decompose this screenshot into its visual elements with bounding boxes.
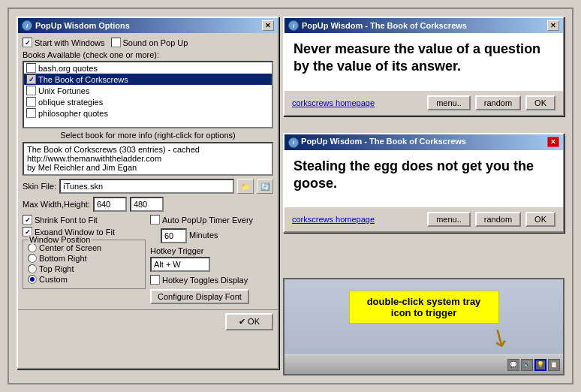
popup1-menu-button[interactable]: menu.. — [427, 95, 471, 110]
bottom-right-radio[interactable] — [28, 254, 37, 263]
max-height-input[interactable] — [130, 197, 164, 212]
unix-checkbox[interactable] — [26, 86, 36, 95]
shrink-font-label[interactable]: Shrink Font to Fit — [23, 215, 146, 225]
skin-browse-button[interactable]: 📁 — [237, 179, 254, 194]
skin-label: Skin File: — [23, 182, 56, 191]
sound-on-popup-text: Sound on Pop Up — [123, 38, 188, 47]
select-book-hint: Select book for more info (right-click f… — [23, 131, 273, 140]
popup1-body: Never measure the value of a question by… — [284, 33, 563, 91]
popup2-body: Stealing the egg does not get you the go… — [284, 150, 563, 208]
oblique-checkbox[interactable] — [26, 97, 36, 107]
popup2-random-button[interactable]: random — [475, 212, 521, 227]
start-with-windows-checkbox[interactable] — [23, 38, 32, 47]
options-titlebar: i PopUp Wisdom Options ✕ — [18, 18, 278, 33]
left-column: Shrink Font to Fit Expand Window to Fit … — [23, 215, 146, 306]
corkscrews-checkbox[interactable] — [26, 74, 36, 84]
options-dialog: i PopUp Wisdom Options ✕ Start with Wind… — [17, 17, 279, 369]
max-width-input[interactable] — [93, 197, 127, 212]
options-close-button[interactable]: ✕ — [262, 20, 274, 31]
tray-icon-sound: 🔊 — [521, 359, 533, 371]
arrow-icon: ↘ — [484, 320, 516, 354]
popup2-title: PopUp Wisdom - The Book of Corkscrews — [301, 137, 466, 146]
oblique-label: oblique strategies — [38, 98, 103, 107]
philosopher-checkbox[interactable] — [26, 108, 36, 118]
tray-icon-chat: 💬 — [507, 359, 519, 371]
books-label: Books Available (check one or more): — [23, 50, 273, 59]
hotkey-toggles-text: Hotkey Toggles Display — [162, 276, 248, 285]
popup1-random-button[interactable]: random — [475, 95, 521, 110]
auto-popup-text: Auto PopUp Timer Every — [162, 216, 253, 225]
bash-checkbox[interactable] — [26, 63, 36, 73]
custom-option[interactable]: Custom — [28, 275, 140, 284]
custom-radio[interactable] — [28, 275, 37, 284]
timer-input[interactable] — [161, 228, 187, 243]
hotkey-label: Hotkey Trigger — [150, 246, 273, 255]
main-window: i PopUp Wisdom Options ✕ Start with Wind… — [8, 8, 573, 384]
sound-on-popup-label[interactable]: Sound on Pop Up — [111, 38, 188, 47]
tray-demo-inner: double-click system tray icon to trigger… — [284, 279, 563, 374]
two-column-section: Shrink Font to Fit Expand Window to Fit … — [23, 215, 273, 306]
center-screen-option[interactable]: Center of Screen — [28, 243, 140, 252]
top-checkboxes-row: Start with Windows Sound on Pop Up — [23, 38, 273, 47]
skin-file-row: Skin File: 📁 🔄 — [23, 179, 273, 194]
configure-font-button[interactable]: Configure Display Font — [150, 289, 249, 304]
bottom-right-option[interactable]: Bottom Right — [28, 254, 140, 263]
popup2-footer: corkscrews homepage menu.. random OK — [284, 207, 563, 231]
popup2-close-button[interactable]: ✕ — [547, 137, 559, 147]
popup2-title-left: i PopUp Wisdom - The Book of Corkscrews — [288, 137, 466, 148]
hotkey-input[interactable] — [150, 257, 210, 272]
bottom-right-label: Bottom Right — [39, 254, 87, 263]
custom-label: Custom — [39, 275, 68, 284]
popup2-menu-button[interactable]: menu.. — [427, 212, 471, 227]
bash-label: bash.org quotes — [38, 64, 98, 73]
list-item[interactable]: oblique strategies — [24, 96, 272, 107]
popup2-link[interactable]: corkscrews homepage — [292, 215, 423, 224]
popup-dialog-1: i PopUp Wisdom - The Book of Corkscrews … — [283, 17, 564, 116]
popup2-icon: i — [288, 137, 299, 148]
popup2-text: Stealing the egg does not get you the go… — [294, 158, 554, 193]
ok-button[interactable]: ✔ OK — [225, 313, 273, 330]
start-with-windows-label[interactable]: Start with Windows — [23, 38, 105, 47]
hotkey-toggles-checkbox[interactable] — [150, 275, 160, 285]
auto-popup-checkbox[interactable] — [150, 215, 160, 225]
list-item-selected[interactable]: The Book of Corkscrews — [24, 74, 272, 85]
popup1-link[interactable]: corkscrews homepage — [292, 98, 423, 107]
books-listbox[interactable]: bash.org quotes The Book of Corkscrews U… — [23, 61, 273, 128]
top-right-option[interactable]: Top Right — [28, 264, 140, 273]
titlebar-icon: i — [22, 20, 32, 31]
right-column: Auto PopUp Timer Every Minutes Hotkey Tr… — [150, 215, 273, 306]
sound-on-popup-checkbox[interactable] — [111, 38, 121, 47]
auto-timer-row: Auto PopUp Timer Every Minutes — [150, 215, 273, 243]
popup1-titlebar: i PopUp Wisdom - The Book of Corkscrews … — [284, 18, 563, 33]
dimensions-row: Max Width,Height: — [23, 197, 273, 212]
shrink-font-text: Shrink Font to Fit — [35, 216, 98, 225]
tray-demo-area: double-click system tray icon to trigger… — [283, 278, 564, 375]
top-right-radio[interactable] — [28, 264, 37, 273]
philosopher-label: philosopher quotes — [38, 109, 108, 118]
tray-icon-extra: 📋 — [548, 359, 560, 371]
unix-label: Unix Fortunes — [38, 86, 89, 95]
auto-popup-label[interactable]: Auto PopUp Timer Every — [150, 215, 253, 225]
popup2-ok-button[interactable]: OK — [525, 212, 555, 227]
popup1-ok-button[interactable]: OK — [525, 95, 555, 110]
tray-icon-popup[interactable]: 💡 — [534, 359, 546, 371]
popup1-icon: i — [288, 20, 299, 31]
skin-refresh-button[interactable]: 🔄 — [257, 179, 273, 194]
center-screen-radio[interactable] — [28, 243, 37, 252]
start-with-windows-text: Start with Windows — [35, 38, 105, 47]
list-item[interactable]: philosopher quotes — [24, 107, 272, 119]
taskbar-strip: 💬 🔊 💡 📋 — [284, 354, 563, 374]
tray-instruction-text: double-click system tray icon to trigger — [367, 296, 481, 318]
shrink-font-checkbox[interactable] — [23, 215, 32, 225]
hotkey-toggles-label[interactable]: Hotkey Toggles Display — [150, 275, 273, 285]
top-right-label: Top Right — [39, 264, 74, 273]
window-position-group: Window Position Center of Screen Bottom … — [23, 240, 146, 289]
skin-input[interactable] — [59, 179, 234, 194]
book-info-text: The Book of Corkscrews (303 entries) - c… — [27, 145, 200, 172]
popup1-text: Never measure the value of a question by… — [294, 41, 554, 76]
list-item[interactable]: Unix Fortunes — [24, 85, 272, 96]
center-screen-label: Center of Screen — [39, 243, 101, 252]
list-item[interactable]: bash.org quotes — [24, 62, 272, 74]
minutes-label: Minutes — [189, 231, 218, 240]
popup1-close-button[interactable]: ✕ — [547, 20, 559, 31]
